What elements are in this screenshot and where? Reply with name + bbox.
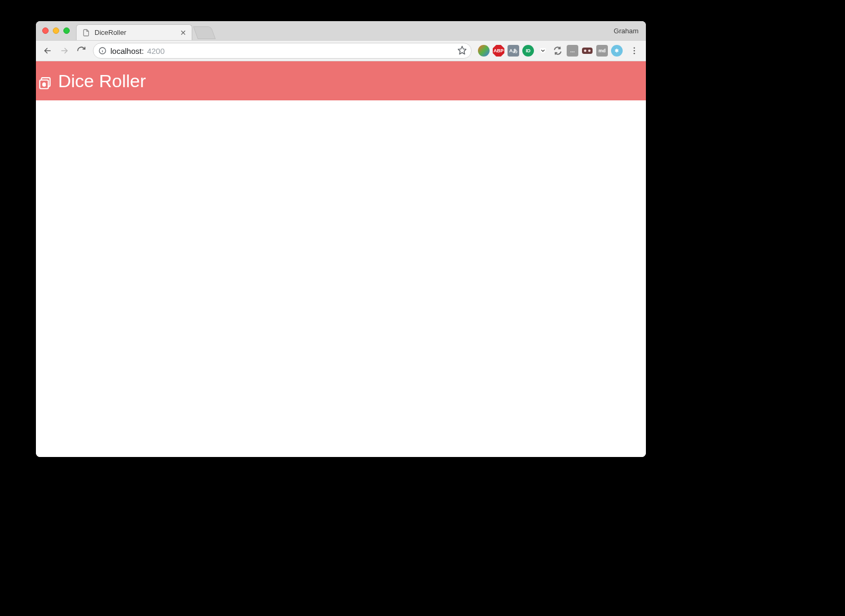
tab-strip: DiceRoller ✕ Graham [36, 21, 646, 40]
ext-1[interactable] [478, 45, 490, 57]
window-maximize-button[interactable] [63, 27, 70, 34]
url-port: 4200 [147, 46, 164, 55]
svg-rect-4 [582, 48, 593, 54]
tab-favicon-icon [82, 29, 90, 37]
extensions-row: ABPAあID…md✱ [476, 45, 625, 57]
app-title: Dice Roller [58, 71, 146, 91]
window-close-button[interactable] [42, 27, 49, 34]
site-info-icon[interactable] [98, 46, 107, 55]
svg-point-9 [634, 53, 635, 54]
url-host: localhost: [110, 46, 144, 55]
svg-text:6: 6 [43, 81, 46, 87]
md-ext-icon[interactable]: md [596, 45, 608, 57]
snowflake-ext-icon[interactable]: ✱ [611, 45, 623, 57]
refresh-ext-icon[interactable] [552, 45, 564, 57]
address-bar[interactable]: localhost:4200 [93, 43, 472, 59]
chat-ext-icon[interactable]: … [567, 45, 578, 57]
translate-icon[interactable]: Aあ [508, 45, 519, 57]
app-header: 6 Dice Roller [36, 61, 646, 100]
new-tab-button[interactable] [193, 26, 216, 39]
profile-name[interactable]: Graham [614, 21, 639, 40]
tab-close-icon[interactable]: ✕ [180, 29, 186, 36]
bookmark-star-icon[interactable] [457, 45, 467, 57]
page-content: 6 Dice Roller [36, 61, 646, 457]
browser-tab[interactable]: DiceRoller ✕ [76, 24, 192, 40]
svg-point-7 [634, 47, 635, 49]
mask-ext-icon[interactable] [581, 45, 593, 57]
window-minimize-button[interactable] [53, 27, 59, 34]
back-button[interactable] [40, 43, 55, 58]
desktop-background: DiceRoller ✕ Graham localhost:4200 [0, 0, 845, 616]
abp-icon[interactable]: ABP [493, 45, 504, 57]
dice-logo-icon: 6 [38, 74, 52, 88]
svg-point-6 [588, 50, 591, 52]
browser-toolbar: localhost:4200 ABPAあID…md✱ [36, 40, 646, 61]
forward-button[interactable] [57, 43, 72, 58]
green-circle-icon[interactable]: ID [522, 45, 534, 57]
svg-point-5 [584, 50, 587, 52]
reload-button[interactable] [74, 43, 89, 58]
window-controls [41, 21, 72, 40]
pocket-icon[interactable] [537, 45, 549, 57]
svg-marker-3 [458, 46, 466, 54]
svg-point-8 [634, 50, 635, 52]
tab-title: DiceRoller [95, 29, 176, 36]
browser-menu-button[interactable] [627, 43, 642, 58]
browser-window: DiceRoller ✕ Graham localhost:4200 [36, 21, 646, 457]
